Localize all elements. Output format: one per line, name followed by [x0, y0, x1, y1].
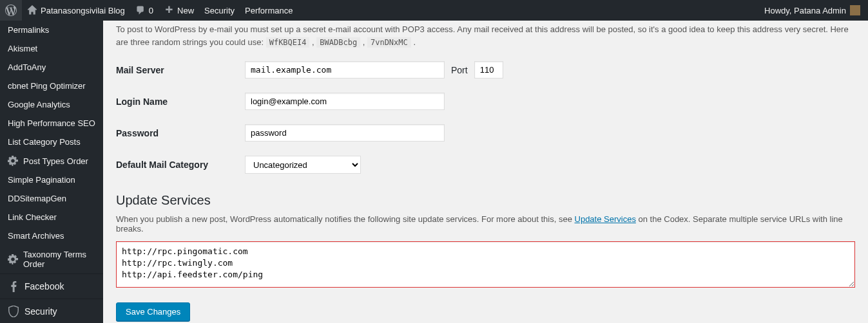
sidebar-item-label: Post Types Order [23, 156, 88, 166]
password-label: Password [116, 128, 245, 138]
sidebar-item-listcat[interactable]: List Category Posts [0, 133, 103, 151]
sidebar-item-facebook[interactable]: Facebook [0, 273, 103, 299]
sidebar-item-label: Permalinks [8, 25, 49, 35]
sidebar-item-pagination[interactable]: Simple Pagination [0, 171, 103, 189]
home-icon [27, 5, 37, 15]
mail-server-row: Mail Server Port [116, 61, 855, 78]
mail-server-input[interactable] [245, 61, 445, 78]
sidebar-item-label: Google Analytics [8, 100, 70, 109]
intro-before: To post to WordPress by e-mail you must … [116, 24, 849, 47]
default-category-select[interactable]: Uncategorized [245, 156, 361, 174]
sidebar-item-addtoany[interactable]: AddToAny [0, 58, 103, 77]
sidebar-item-label: Taxonomy Terms Order [23, 250, 95, 269]
comment-icon [135, 5, 146, 15]
performance-text: Performance [245, 6, 293, 15]
gear-icon [8, 254, 18, 264]
shield-icon [8, 306, 19, 317]
comment-count: 0 [149, 6, 153, 15]
mail-server-field: Port [245, 61, 855, 78]
update-services-textarea[interactable] [116, 241, 855, 288]
sidebar-item-permalinks[interactable]: Permalinks [0, 21, 103, 39]
sidebar-item-label: DDSitemapGen [8, 194, 66, 203]
update-services-desc: When you publish a new post, WordPress a… [116, 214, 855, 234]
sidebar-item-label: Link Checker [8, 212, 57, 222]
facebook-icon [8, 281, 19, 292]
plus-icon [164, 5, 174, 15]
site-name-text: Patanasongsivilai Blog [41, 6, 125, 15]
sidebar-item-akismet[interactable]: Akismet [0, 39, 103, 58]
sidebar-item-hpseo[interactable]: High Performance SEO [0, 114, 103, 133]
wordpress-icon [5, 5, 17, 16]
mail-settings-form: Mail Server Port Login Name Password Def… [116, 61, 855, 174]
sidebar-item-label: High Performance SEO [8, 118, 95, 128]
new-text: New [177, 6, 194, 15]
comments-link[interactable]: 0 [130, 0, 159, 21]
password-row: Password [116, 124, 855, 142]
security-text: Security [204, 6, 235, 15]
performance-link[interactable]: Performance [240, 0, 298, 21]
update-services-heading: Update Services [116, 193, 855, 208]
sidebar-item-smartarchives[interactable]: Smart Archives [0, 226, 103, 245]
port-label: Port [451, 65, 468, 75]
gear-icon [8, 156, 18, 166]
admin-bar-right[interactable]: Howdy, Patana Admin [764, 5, 860, 15]
wp-logo[interactable] [0, 0, 22, 21]
site-name-link[interactable]: Patanasongsivilai Blog [22, 0, 130, 21]
admin-bar-left: Patanasongsivilai Blog 0 New Security Pe… [0, 0, 298, 21]
sidebar: Permalinks Akismet AddToAny cbnet Ping O… [0, 21, 103, 323]
default-category-field: Uncategorized [245, 156, 855, 174]
sidebar-item-label: Akismet [8, 44, 37, 53]
avatar [850, 5, 860, 15]
save-changes-button[interactable]: Save Changes [116, 302, 190, 321]
sidebar-item-label: cbnet Ping Optimizer [8, 81, 86, 91]
sidebar-item-ganalytics[interactable]: Google Analytics [0, 95, 103, 114]
sidebar-item-label: Simple Pagination [8, 175, 75, 185]
random-string-1: WfKBQEI4 [266, 37, 310, 48]
sidebar-item-ddsitemap[interactable]: DDSitemapGen [0, 189, 103, 208]
sidebar-item-label: AddToAny [8, 62, 46, 72]
sidebar-item-label: Smart Archives [8, 231, 64, 241]
random-string-2: BWADBcbg [316, 37, 360, 48]
random-string-3: 7vnDNxMC [367, 37, 411, 48]
password-input[interactable] [245, 124, 445, 142]
login-name-row: Login Name [116, 93, 855, 110]
mail-server-label: Mail Server [116, 65, 245, 75]
default-category-label: Default Mail Category [116, 160, 245, 170]
password-field [245, 124, 855, 142]
new-link[interactable]: New [159, 0, 199, 21]
sidebar-item-posttypes[interactable]: Post Types Order [0, 151, 103, 171]
howdy-text: Howdy, Patana Admin [764, 6, 846, 15]
sidebar-item-taxonomy[interactable]: Taxonomy Terms Order [0, 245, 103, 273]
sidebar-item-label: Security [24, 306, 57, 317]
port-input[interactable] [474, 61, 503, 78]
login-name-field [245, 93, 855, 110]
intro-text: To post to WordPress by e-mail you must … [116, 21, 855, 48]
admin-bar: Patanasongsivilai Blog 0 New Security Pe… [0, 0, 868, 21]
desc-before: When you publish a new post, WordPress a… [116, 214, 575, 224]
sidebar-item-label: Facebook [24, 281, 64, 291]
sidebar-item-security[interactable]: Security [0, 299, 103, 323]
default-category-row: Default Mail Category Uncategorized [116, 156, 855, 174]
sidebar-item-cbnet[interactable]: cbnet Ping Optimizer [0, 77, 103, 95]
sidebar-item-linkchecker[interactable]: Link Checker [0, 208, 103, 226]
update-services-link[interactable]: Update Services [575, 214, 636, 224]
security-link[interactable]: Security [199, 0, 240, 21]
sidebar-item-label: List Category Posts [8, 137, 81, 147]
main-content: To post to WordPress by e-mail you must … [103, 21, 868, 323]
login-name-input[interactable] [245, 93, 445, 110]
login-name-label: Login Name [116, 97, 245, 107]
